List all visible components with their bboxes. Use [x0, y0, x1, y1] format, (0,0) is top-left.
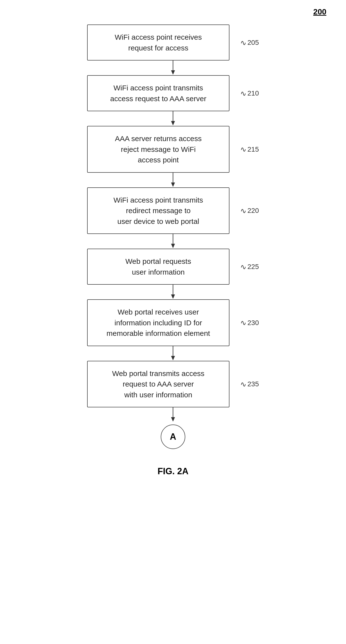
step-box-235: Web portal transmits access request to A…: [87, 361, 229, 408]
figure-number: 200: [313, 7, 326, 16]
svg-marker-13: [171, 417, 175, 422]
figure-caption: FIG. 2A: [157, 466, 189, 476]
svg-marker-1: [171, 70, 175, 75]
step-label-225: ∿ 225: [240, 262, 259, 271]
zigzag-215: ∿: [240, 145, 246, 154]
connector-label: A: [170, 432, 176, 442]
arrow-225-230: [87, 285, 259, 299]
svg-marker-7: [171, 244, 175, 248]
step-number-220: 220: [247, 207, 259, 214]
step-box-210: WiFi access point transmits access reque…: [87, 75, 229, 111]
step-number-235: 235: [247, 380, 259, 388]
step-box-215: AAA server returns access reject message…: [87, 126, 229, 173]
zigzag-230: ∿: [240, 318, 246, 327]
step-text-235: Web portal transmits access request to A…: [112, 370, 204, 399]
step-number-210: 210: [247, 90, 259, 97]
step-box-230: Web portal receives user information inc…: [87, 299, 229, 346]
zigzag-220: ∿: [240, 206, 246, 215]
svg-marker-11: [171, 356, 175, 360]
arrow-210-215: [87, 111, 259, 126]
step-number-215: 215: [247, 145, 259, 153]
step-label-235: ∿ 235: [240, 380, 259, 388]
zigzag-225: ∿: [240, 262, 246, 271]
arrow-220-225: [87, 234, 259, 249]
step-row-210: WiFi access point transmits access reque…: [87, 75, 259, 111]
step-row-215: AAA server returns access reject message…: [87, 126, 259, 173]
step-number-230: 230: [247, 319, 259, 326]
diagram-container: 200 WiFi access point receives request f…: [0, 0, 346, 644]
zigzag-235: ∿: [240, 380, 246, 388]
step-text-225: Web portal requests user information: [125, 257, 191, 276]
connector-circle-a: A: [161, 424, 185, 449]
step-number-205: 205: [247, 39, 259, 46]
step-label-210: ∿ 210: [240, 89, 259, 98]
arrow-215-220: [87, 173, 259, 188]
step-row-235: Web portal transmits access request to A…: [87, 361, 259, 408]
step-box-205: WiFi access point receives request for a…: [87, 24, 229, 60]
svg-marker-5: [171, 182, 175, 187]
step-box-225: Web portal requests user information: [87, 249, 229, 285]
step-row-230: Web portal receives user information inc…: [87, 299, 259, 346]
step-row-225: Web portal requests user information ∿ 2…: [87, 249, 259, 285]
step-label-220: ∿ 220: [240, 206, 259, 215]
step-text-210: WiFi access point transmits access reque…: [110, 84, 206, 103]
arrow-205-210: [87, 60, 259, 75]
step-text-230: Web portal receives user information inc…: [106, 308, 210, 337]
zigzag-205: ∿: [240, 38, 246, 47]
step-label-215: ∿ 215: [240, 145, 259, 154]
step-row-220: WiFi access point transmits redirect mes…: [87, 188, 259, 234]
step-text-205: WiFi access point receives request for a…: [115, 33, 202, 52]
arrow-235-connector: [87, 407, 259, 422]
step-number-225: 225: [247, 263, 259, 271]
step-box-220: WiFi access point transmits redirect mes…: [87, 188, 229, 234]
zigzag-210: ∿: [240, 89, 246, 98]
step-label-205: ∿ 205: [240, 38, 259, 47]
svg-marker-3: [171, 121, 175, 126]
step-text-220: WiFi access point transmits redirect mes…: [113, 196, 203, 225]
step-row-205: WiFi access point receives request for a…: [87, 24, 259, 60]
arrow-230-235: [87, 346, 259, 361]
flow-wrapper: WiFi access point receives request for a…: [0, 24, 346, 476]
step-text-215: AAA server returns access reject message…: [115, 134, 202, 164]
step-label-230: ∿ 230: [240, 318, 259, 327]
svg-marker-9: [171, 294, 175, 299]
